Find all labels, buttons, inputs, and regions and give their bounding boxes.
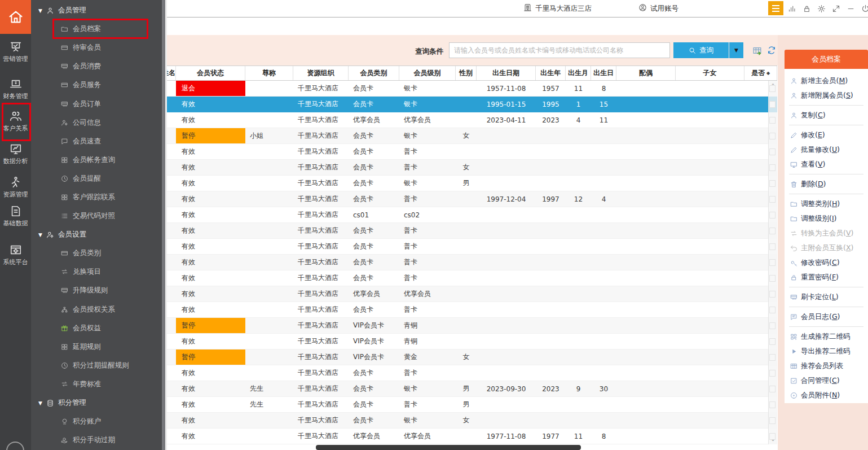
search-input[interactable] xyxy=(449,42,670,58)
menu-item-15[interactable]: 升降级规则 xyxy=(31,281,162,300)
menu-item-12[interactable]: ▼会员设置 xyxy=(31,225,162,244)
sidebar-item-finance[interactable]: 财务管理 xyxy=(0,74,31,104)
column-header-1[interactable]: 会员状态 xyxy=(176,66,245,80)
action-item-2[interactable]: 复制(C) xyxy=(785,108,868,123)
table-row[interactable]: 有效千里马大酒店会员卡普卡 xyxy=(167,239,777,255)
menu-item-6[interactable]: 公司信息 xyxy=(31,113,162,132)
column-header-3[interactable]: 资源组织 xyxy=(293,66,349,80)
search-dropdown-button[interactable]: ▼ xyxy=(729,42,743,58)
menu-item-7[interactable]: 会员速查 xyxy=(31,132,162,151)
menu-item-10[interactable]: 客户跟踪联系 xyxy=(31,188,162,207)
table-row[interactable]: 有效千里马大酒店会员卡普卡 xyxy=(167,223,777,239)
menu-item-22[interactable]: 积分账户 xyxy=(31,412,162,431)
power-icon[interactable] xyxy=(859,2,868,15)
column-header-6[interactable]: 性别 xyxy=(456,66,477,80)
action-item-11[interactable]: 修改密码(C) xyxy=(785,255,868,270)
table-row[interactable]: 有效千里马大酒店会员卡银卡女 xyxy=(167,413,777,429)
minimize-icon[interactable] xyxy=(844,2,857,15)
table-row[interactable]: 有效千里马大酒店cs01cs02 xyxy=(167,207,777,223)
menu-item-0[interactable]: ▼会员管理 xyxy=(31,1,162,20)
column-header-0[interactable]: 姓名 xyxy=(167,66,176,80)
table-row[interactable]: 有效千里马大酒店会员卡普卡 xyxy=(167,302,777,318)
menu-item-13[interactable]: 会员类别 xyxy=(31,244,162,263)
menu-item-3[interactable]: 会员消费 xyxy=(31,57,162,76)
table-row[interactable]: 有效千里马大酒店会员卡银卡1995-01-151995115 xyxy=(167,97,777,112)
table-row[interactable]: 有效千里马大酒店优享会员优享会员2023-04-112023411 xyxy=(167,112,777,128)
column-header-7[interactable]: 出生日期 xyxy=(477,66,536,80)
action-item-1[interactable]: 新增附属会员(S) xyxy=(785,88,868,103)
sidebar-item-resource-mgmt[interactable]: 资源管理 xyxy=(0,172,31,203)
sidebar-item-marketing[interactable]: 营销管理 xyxy=(0,37,31,67)
table-row[interactable]: 有效千里马大酒店优享会员优享会员 xyxy=(167,286,777,302)
lock-icon[interactable] xyxy=(800,2,813,15)
action-item-4[interactable]: 批量修改(U) xyxy=(785,142,868,157)
action-item-0[interactable]: 新增主会员(M) xyxy=(785,73,868,88)
menu-item-20[interactable]: 年费标准 xyxy=(31,375,162,394)
table-row[interactable]: 有效千里马大酒店会员卡普卡1997-12-041997124 xyxy=(167,191,777,207)
action-item-7[interactable]: 调整类别(H) xyxy=(785,196,868,211)
table-row[interactable]: 有效千里马大酒店会员卡普卡 xyxy=(167,255,777,270)
table-row[interactable]: 有效千里马大酒店会员卡普卡 xyxy=(167,270,777,286)
column-header-8[interactable]: 出生年 xyxy=(536,66,566,80)
search-button[interactable]: 查询 xyxy=(673,42,729,58)
action-item-3[interactable]: 修改(E) xyxy=(785,128,868,142)
action-item-12[interactable]: 重置密码(F) xyxy=(785,270,868,285)
action-item-19[interactable]: 会员附件(N) xyxy=(785,388,868,403)
table-row[interactable]: 有效千里马大酒店优享会员优享会员1977-11-081977118 xyxy=(167,429,777,444)
action-item-9[interactable]: 转换为主会员(V) xyxy=(785,226,868,241)
menu-item-11[interactable]: 交易代码对照 xyxy=(31,207,162,225)
sidebar-item-data-analysis[interactable]: 数据分析 xyxy=(0,139,31,169)
gear-icon[interactable] xyxy=(815,2,827,15)
home-button[interactable] xyxy=(0,0,31,34)
menu-item-8[interactable]: 会员帐务查询 xyxy=(31,151,162,169)
table-row[interactable]: 暂停千里马大酒店VIP会员卡黄金女 xyxy=(167,349,777,365)
refresh-icon[interactable] xyxy=(767,46,777,56)
scroll-down-icon[interactable]: ⌄ xyxy=(769,436,777,443)
action-item-15[interactable]: 生成推荐二维码 xyxy=(785,329,868,344)
action-item-14[interactable]: 会员日志(G) xyxy=(785,309,868,324)
column-header-12[interactable]: 子女 xyxy=(676,66,744,80)
menu-item-17[interactable]: 会员权益 xyxy=(31,319,162,338)
action-item-8[interactable]: 调整级别(I) xyxy=(785,211,868,226)
table-row[interactable]: 有效先生千里马大酒店会员卡普卡男 xyxy=(167,397,777,413)
menu-item-19[interactable]: 积分过期提醒规则 xyxy=(31,356,162,375)
vertical-scrollbar[interactable]: ⌃ ⌄ xyxy=(768,81,777,444)
table-row[interactable]: 有效千里马大酒店会员卡银卡男 xyxy=(167,176,777,191)
hamburger-menu-button[interactable] xyxy=(768,1,783,15)
action-item-5[interactable]: 查看(V) xyxy=(785,157,868,172)
menu-item-9[interactable]: 会员提醒 xyxy=(31,169,162,188)
table-row[interactable]: 退会千里马大酒店会员卡银卡1957-11-081957118 xyxy=(167,81,777,97)
column-header-10[interactable]: 出生日 xyxy=(591,66,616,80)
action-item-17[interactable]: 推荐会员列表 xyxy=(785,359,868,373)
table-row[interactable]: 有效千里马大酒店VIP会员卡青铜 xyxy=(167,334,777,349)
menu-item-4[interactable]: 会员服务 xyxy=(31,76,162,94)
table-row[interactable]: 有效千里马大酒店会员卡普卡女 xyxy=(167,160,777,176)
hotel-selector[interactable]: 千里马大酒店三店 xyxy=(523,0,592,17)
menu-item-16[interactable]: 会员授权关系 xyxy=(31,300,162,319)
horizontal-scrollbar[interactable] xyxy=(316,445,581,450)
menu-item-18[interactable]: 延期规则 xyxy=(31,338,162,356)
menu-item-2[interactable]: 待审会员 xyxy=(31,38,162,57)
action-item-6[interactable]: 删除(D) xyxy=(785,177,868,191)
action-item-16[interactable]: 导出推荐二维码 xyxy=(785,344,868,359)
column-header-4[interactable]: 会员类别 xyxy=(349,66,399,80)
export-icon[interactable] xyxy=(752,46,763,56)
column-header-2[interactable]: 尊称 xyxy=(245,66,293,80)
sidebar-item-system-platform[interactable]: 系统平台 xyxy=(0,240,31,270)
action-item-10[interactable]: 主附会员互换(X) xyxy=(785,241,868,255)
column-header-13[interactable]: 是否◆ xyxy=(744,66,777,80)
sidebar-item-base-data[interactable]: 基础数据 xyxy=(0,201,31,231)
column-header-5[interactable]: 会员级别 xyxy=(399,66,456,80)
menu-item-14[interactable]: 兑换项目 xyxy=(31,263,162,281)
scroll-up-icon[interactable]: ⌃ xyxy=(769,82,777,89)
table-row[interactable]: 有效千里马大酒店会员卡普卡 xyxy=(167,365,777,381)
table-row[interactable]: 暂停小姐千里马大酒店会员卡银卡女 xyxy=(167,128,777,144)
menu-item-5[interactable]: 会员订单 xyxy=(31,94,162,113)
column-header-9[interactable]: 出生月 xyxy=(566,66,591,80)
signal-icon[interactable] xyxy=(786,2,798,15)
table-row[interactable]: 有效千里马大酒店会员卡普卡 xyxy=(167,144,777,160)
table-row[interactable]: 有效先生千里马大酒店会员卡银卡男2023-09-302023930 xyxy=(167,381,777,397)
fullscreen-icon[interactable] xyxy=(830,2,842,15)
column-header-11[interactable]: 配偶 xyxy=(616,66,676,80)
action-item-13[interactable]: 刷卡定位(L) xyxy=(785,290,868,304)
